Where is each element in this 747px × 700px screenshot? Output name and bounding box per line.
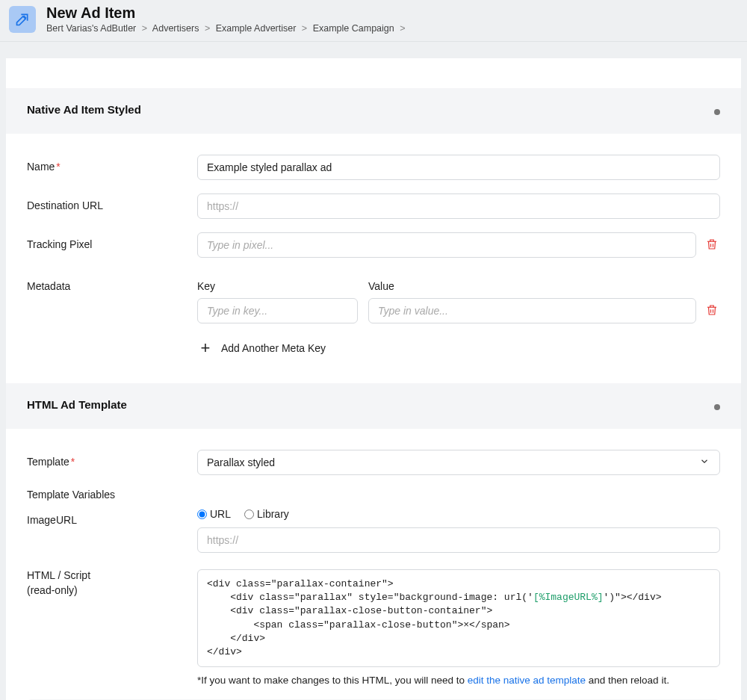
section-header-native: Native Ad Item Styled (6, 88, 741, 134)
edit-icon (9, 6, 36, 33)
name-input[interactable] (197, 155, 720, 180)
imageurl-url-radio[interactable] (197, 509, 207, 519)
imageurl-label: ImageURL (27, 508, 197, 526)
add-meta-button[interactable]: + Add Another Meta Key (197, 340, 720, 356)
template-label: Template* (27, 450, 197, 468)
html-note: *If you want to make changes to this HTM… (197, 675, 720, 686)
imageurl-library-label: Library (257, 508, 289, 520)
template-select[interactable]: Parallax styled (197, 450, 720, 475)
add-meta-label: Add Another Meta Key (221, 342, 326, 354)
edit-template-link[interactable]: edit the native ad template (468, 675, 586, 686)
crumb-campaign[interactable]: Example Campaign (313, 23, 394, 34)
meta-key-input[interactable] (197, 298, 358, 323)
meta-value-heading: Value (368, 280, 720, 292)
crumb-advertiser[interactable]: Example Advertiser (216, 23, 297, 34)
section-body-template: Template* Parallax styled Template Varia… (6, 429, 741, 700)
section-title-native: Native Ad Item Styled (27, 103, 141, 116)
meta-key-heading: Key (197, 280, 358, 292)
section-body-native: Name* Destination URL Tracking Pixel (6, 134, 741, 383)
html-script-label: HTML / Script (read-only) (27, 569, 197, 596)
plus-icon: + (197, 340, 214, 356)
metadata-label: Metadata (27, 280, 197, 292)
tracking-pixel-input[interactable] (197, 232, 696, 258)
section-header-template: HTML Ad Template (6, 383, 741, 429)
trash-icon[interactable] (705, 303, 720, 318)
tracking-pixel-label: Tracking Pixel (27, 232, 197, 250)
imageurl-library-radio[interactable] (244, 509, 254, 519)
imageurl-input[interactable] (197, 527, 720, 553)
crumb-advertisers[interactable]: Advertisers (152, 23, 199, 34)
crumb-root[interactable]: Bert Varias's AdButler (46, 23, 136, 34)
destination-url-label: Destination URL (27, 193, 197, 211)
status-dot-icon (714, 109, 720, 115)
status-dot-icon (714, 404, 720, 410)
html-code-box: <div class="parallax-container"> <div cl… (197, 569, 720, 667)
imageurl-url-label: URL (210, 508, 231, 520)
breadcrumb: Bert Varias's AdButler > Advertisers > E… (46, 23, 409, 34)
template-variables-heading: Template Variables (27, 489, 720, 501)
meta-value-input[interactable] (368, 298, 696, 323)
header-text: New Ad Item Bert Varias's AdButler > Adv… (46, 4, 409, 34)
page-header: New Ad Item Bert Varias's AdButler > Adv… (0, 0, 747, 42)
name-label: Name* (27, 155, 197, 173)
section-title-template: HTML Ad Template (27, 398, 127, 411)
trash-icon[interactable] (705, 238, 720, 253)
destination-url-input[interactable] (197, 193, 720, 219)
page-title: New Ad Item (46, 4, 409, 22)
